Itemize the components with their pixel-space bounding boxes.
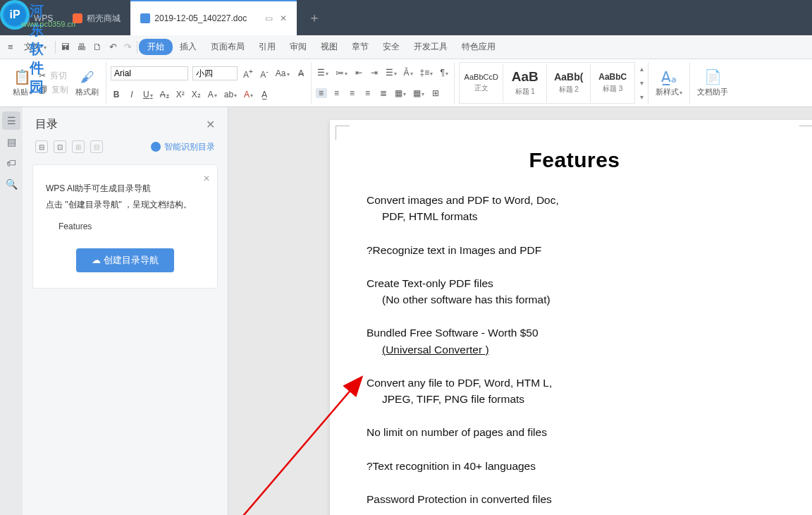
style-h1[interactable]: AaB标题 1	[503, 64, 547, 102]
card-close-icon[interactable]: ✕	[203, 171, 210, 187]
clear-format-button[interactable]: A̶	[295, 68, 307, 78]
create-outline-button[interactable]: 创建目录导航	[76, 248, 174, 272]
print-icon[interactable]: 🖶	[73, 42, 90, 52]
style-h3[interactable]: AaBbC标题 3	[591, 64, 634, 102]
font-size-select[interactable]	[192, 66, 238, 80]
text-direction-button[interactable]: ☰▾	[384, 68, 398, 78]
bold-button[interactable]: B	[111, 90, 122, 99]
newstyle-icon: A̲ₐ	[661, 68, 677, 85]
align-justify-button[interactable]: ≡	[362, 88, 374, 98]
grow-font-button[interactable]: A+	[242, 68, 254, 80]
rail-bookmark-icon[interactable]: 🏷	[2, 154, 20, 172]
ribbon-helper-group: 📄 文档助手	[690, 62, 735, 104]
save-icon[interactable]: 🖬	[57, 42, 73, 52]
collapse-all-button[interactable]: ⊟	[35, 140, 48, 153]
tab-close-icon[interactable]: ✕	[280, 13, 287, 23]
italic-button[interactable]: I	[126, 90, 137, 99]
style-h2[interactable]: AaBb(标题 2	[547, 64, 591, 102]
undo-icon[interactable]: ↶	[106, 42, 121, 52]
font-family-select[interactable]	[111, 66, 188, 80]
highlight-button[interactable]: ab▾	[223, 90, 238, 99]
rail-search-icon[interactable]: 🔍	[2, 175, 20, 193]
redo-icon[interactable]: ↷	[121, 42, 135, 52]
doc-p8: Password Protection in converted files	[367, 493, 552, 505]
text-effect-button[interactable]: A▾	[207, 90, 219, 99]
rail-page-icon[interactable]: ▤	[2, 133, 20, 151]
menu-security[interactable]: 安全	[376, 41, 407, 53]
decrease-indent-button[interactable]: ⇤	[353, 68, 364, 78]
menu-start[interactable]: 开始	[139, 39, 173, 55]
tab-active-filename: 2019-12-05_140227.doc	[154, 13, 247, 23]
helper-icon: 📄	[704, 68, 722, 85]
paste-button[interactable]: 📋 粘贴▾	[10, 68, 35, 97]
subscript-button[interactable]: X₂	[190, 90, 202, 99]
tab-window-icon[interactable]: ▭	[265, 13, 273, 23]
tab-wps-label: WPS	[34, 13, 53, 23]
title-bar: W WPS 稻壳商城 W 2019-12-05_140227.doc ▭ ✕ ＋	[0, 0, 812, 35]
sidebar-close-icon[interactable]: ✕	[206, 118, 215, 131]
menu-file[interactable]: 文件 ▾	[17, 41, 54, 53]
superscript-button[interactable]: X²	[175, 90, 186, 99]
ribbon-paragraph-group: ☰▾ ≔▾ ⇤ ⇥ ☰▾ Ă▾ ‡≡▾ ¶▾ ≡ ≡ ≡ ≡ ≣ ▦▾ ▦▾ ⊞	[312, 62, 455, 104]
menu-reference[interactable]: 引用	[252, 41, 283, 53]
format-brush-button[interactable]: 🖌 格式刷	[73, 68, 102, 97]
tab-store[interactable]: 稻壳商城	[63, 0, 130, 35]
show-marks-button[interactable]: ¶▾	[438, 68, 450, 78]
line-spacing-button[interactable]: ‡≡▾	[419, 68, 435, 78]
hamburger-icon[interactable]: ≡	[4, 42, 17, 52]
ribbon-newstyle-group: A̲ₐ 新样式▾	[648, 62, 690, 104]
ai-outline-button[interactable]: 智能识别目录	[151, 141, 215, 153]
menu-review[interactable]: 审阅	[283, 41, 314, 53]
tab-wps-home[interactable]: W WPS	[10, 0, 63, 35]
sort-button[interactable]: Ă▾	[402, 68, 414, 78]
align-right-button[interactable]: ≡	[347, 88, 358, 98]
tip-line1: WPS AI助手可生成目录导航	[46, 181, 204, 197]
shading-button[interactable]: ▦▾	[393, 88, 407, 98]
doc-helper-button[interactable]: 📄 文档助手	[694, 68, 731, 97]
font-color-button[interactable]: A▾	[242, 90, 254, 99]
menu-chapter[interactable]: 章节	[345, 41, 376, 53]
tab-stop-button[interactable]: ⊞	[430, 88, 441, 98]
underline-button[interactable]: U▾	[142, 90, 154, 99]
doc-p4b: (Universal Converter )	[367, 341, 782, 358]
phonetic-button[interactable]: A̲	[259, 90, 270, 99]
copy-button[interactable]: 🗐 复制	[39, 84, 68, 96]
style-body[interactable]: AaBbCcD正文	[460, 64, 503, 102]
new-style-button[interactable]: A̲ₐ 新样式▾	[653, 68, 685, 97]
align-center-button[interactable]: ≡	[331, 88, 343, 98]
shrink-font-button[interactable]: A-	[259, 68, 270, 80]
menu-insert[interactable]: 插入	[173, 41, 204, 53]
border-button[interactable]: ▦▾	[412, 88, 426, 98]
copy-icon: 🗐	[39, 85, 47, 95]
doc-p1b: PDF, HTML formats	[367, 208, 782, 224]
doc-p5b: JPEG, TIFF, PNG file formats	[367, 391, 782, 407]
tab-add-button[interactable]: ＋	[297, 0, 332, 35]
sidebar-tip-card: ✕ WPS AI助手可生成目录导航 点击 "创建目录导航" ，呈现文档结构。 F…	[32, 164, 218, 289]
document-area[interactable]: Features Convert images and PDF to Word,…	[228, 107, 812, 515]
menu-pagelayout[interactable]: 页面布局	[204, 41, 252, 53]
increase-indent-button[interactable]: ⇥	[369, 68, 380, 78]
doc-p6: No limit on number of pages and files	[367, 426, 547, 438]
number-list-button[interactable]: ≔▾	[334, 68, 349, 78]
page-corner-tl	[336, 126, 350, 140]
cut-button[interactable]: ✂ 剪切	[39, 70, 68, 82]
document-page[interactable]: Features Convert images and PDF to Word,…	[330, 120, 812, 515]
style-gallery-more[interactable]: ▴▾▾	[635, 62, 648, 104]
preview-icon[interactable]: 🗋	[90, 42, 106, 52]
align-left-button[interactable]: ≡	[316, 88, 327, 98]
expand-all-button[interactable]: ⊡	[54, 140, 66, 153]
add-heading-button[interactable]: ⊞	[72, 140, 85, 153]
doc-p7: ?Text recognition in 40+ languages	[367, 460, 536, 472]
tab-document-active[interactable]: W 2019-12-05_140227.doc ▭ ✕	[130, 0, 297, 35]
change-case-button[interactable]: Aa▾	[274, 68, 291, 78]
outline-item-features[interactable]: Features	[46, 219, 204, 235]
distribute-button[interactable]: ≣	[378, 88, 389, 98]
rail-outline-icon[interactable]: ☰	[2, 111, 20, 130]
menu-view[interactable]: 视图	[314, 41, 345, 53]
bullet-list-button[interactable]: ☰▾	[316, 68, 330, 78]
menu-bar: ≡ 文件 ▾ 🖬 🖶 🗋 ↶ ↷ 开始 插入 页面布局 引用 审阅 视图 章节 …	[0, 35, 812, 59]
strike-button[interactable]: A▾	[159, 90, 171, 99]
remove-heading-button[interactable]: ⊟	[90, 140, 103, 153]
menu-devtools[interactable]: 开发工具	[407, 41, 455, 53]
menu-special[interactable]: 特色应用	[455, 41, 503, 53]
